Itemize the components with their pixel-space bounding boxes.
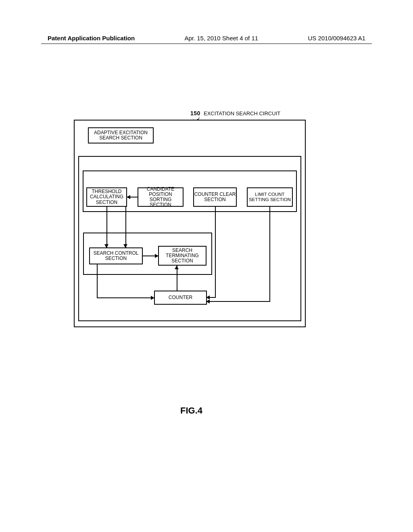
figure-caption: FIG.4 [180,405,202,416]
tilde-icon [193,116,200,120]
block-222: COUNTER [154,291,207,305]
block-213-label: COUNTER CLEAR SECTION [194,192,236,202]
page-header: Patent Application Publication Apr. 15, … [0,35,413,42]
block-223-label: SEARCH TERMINATING SECTION [159,248,206,264]
connector-line [215,212,216,297]
block-211-label: THRESHOLD CALCULATING SECTION [87,189,126,205]
label-150: EXCITATION SEARCH CIRCUIT [204,111,280,116]
connector-line [207,301,270,302]
arrowhead-icon [104,244,108,248]
block-221-label: SEARCH CONTROL SECTION [90,251,142,261]
header-right: US 2010/0094623 A1 [308,35,365,42]
connector-line [269,212,270,301]
arrowhead-icon [127,195,130,199]
connector-line [97,264,98,298]
block-151: ADAPTIVE EXCITATION SEARCH SECTION [88,127,154,143]
header-rule [41,44,372,44]
block-213: COUNTER CLEAR SECTION [193,187,237,207]
block-212-label: CANDIDATE POSITION SORTING SECTION [138,187,183,208]
connector-line [177,275,177,291]
block-214-label: LIMIT COUNT SETTING SECTION [248,192,292,202]
connector-line [269,207,270,212]
connector-line [215,207,216,212]
arrowhead-icon [151,296,154,300]
header-mid: Apr. 15, 2010 Sheet 4 of 11 [184,35,258,42]
block-212: CANDIDATE POSITION SORTING SECTION [138,187,184,207]
block-214: LIMIT COUNT SETTING SECTION [247,187,293,207]
arrowhead-icon [123,244,127,248]
connector-line [106,212,107,247]
connector-line [97,297,154,298]
block-221: SEARCH CONTROL SECTION [89,247,143,264]
block-222-label: COUNTER [169,295,192,300]
connector-line [125,212,126,247]
arrowhead-icon [206,299,210,303]
arrowhead-icon [155,254,159,258]
connector-line [125,207,126,212]
block-151-label: ADAPTIVE EXCITATION SEARCH SECTION [89,130,153,141]
block-211: THRESHOLD CALCULATING SECTION [86,187,127,207]
arrowhead-icon [206,295,210,299]
header-left: Patent Application Publication [48,35,135,42]
connector-line [106,207,107,212]
block-223: SEARCH TERMINATING SECTION [158,246,206,266]
arrowhead-icon [175,266,179,269]
